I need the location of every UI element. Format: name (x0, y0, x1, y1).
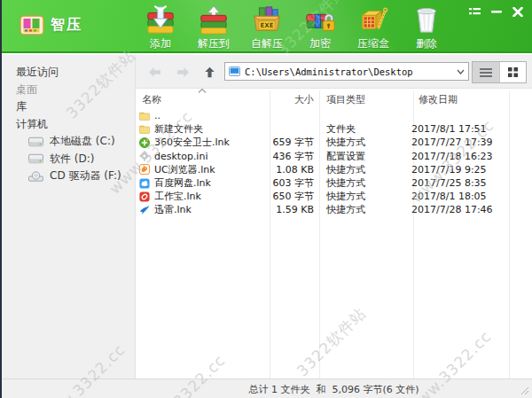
column-header-name[interactable]: 名称 (142, 93, 161, 106)
file-size: 1.59 KB (270, 204, 314, 215)
file-row[interactable]: .. (136, 109, 532, 122)
chevron-down-icon[interactable] (457, 69, 465, 74)
list-header: 名称 大小 项目类型 修改日期 (136, 93, 532, 107)
file-row[interactable]: 迅雷.lnk 1.59 KB 快捷方式 2017/7/28 17:46 (136, 203, 532, 216)
column-header-size[interactable]: 大小 (270, 93, 314, 106)
exe-badge: EXE (260, 21, 273, 29)
self-extract-button[interactable]: EXE 自解压 (241, 1, 293, 52)
uc-browser-icon (139, 164, 150, 175)
gear-icon (139, 151, 150, 161)
delete-button[interactable]: 删除 (401, 1, 452, 52)
address-bar[interactable]: C:\Users\Administrator\Desktop (224, 62, 469, 81)
archive-box-button[interactable]: 压缩盒 (348, 1, 399, 52)
file-date: 2017/7/19 9:25 (406, 164, 487, 176)
sidebar-item-libraries[interactable]: 库 (2, 98, 135, 116)
toolbar: 添加 解压到 EXE (135, 1, 452, 52)
extract-to-button[interactable]: 解压到 (188, 1, 239, 52)
list-view-button[interactable] (473, 62, 499, 82)
window-controls (467, 5, 525, 18)
up-button[interactable] (200, 63, 219, 81)
address-path: C:\Users\Administrator\Desktop (245, 66, 453, 77)
sidebar-item-label: CD 驱动器 (F:) (50, 168, 121, 185)
add-button[interactable]: 添加 (135, 1, 186, 52)
file-type: 快捷方式 (314, 176, 406, 190)
extract-to-label: 解压到 (198, 36, 230, 51)
forward-button[interactable] (173, 63, 192, 81)
desktop-location-icon (229, 66, 240, 76)
encrypt-label: 加密 (309, 36, 331, 51)
file-size: 1.08 KB (270, 164, 314, 176)
file-size: 603 字节 (270, 176, 314, 190)
back-button[interactable] (145, 63, 164, 81)
self-extract-icon: EXE (252, 5, 282, 35)
file-row[interactable]: 新建文件夹 文件夹 2017/8/1 17:51 (136, 122, 532, 136)
file-date: 2017/7/27 17:39 (406, 137, 493, 148)
menu-icon (469, 7, 481, 16)
file-name: 百度网盘.lnk (154, 176, 211, 190)
lock-icon (305, 5, 335, 35)
file-row[interactable]: 百度网盘.lnk 603 字节 快捷方式 2017/7/25 8:35 (136, 176, 532, 190)
back-arrow-icon (148, 66, 161, 78)
360-safe-icon (139, 137, 150, 148)
delete-label: 删除 (416, 36, 437, 51)
folder-icon (139, 124, 150, 135)
baidu-pan-icon (139, 178, 150, 189)
encrypt-button[interactable]: 加密 (294, 1, 346, 52)
resize-grip-icon[interactable] (520, 386, 529, 395)
sidebar-item-recent[interactable]: 最近访问 (2, 64, 135, 82)
file-name: UC浏览器.lnk (154, 163, 215, 176)
icon-view-button[interactable] (499, 62, 526, 82)
app-window: 智压 添加 解压到 (0, 0, 532, 398)
file-type: 快捷方式 (314, 136, 406, 149)
file-type: 快捷方式 (314, 203, 406, 216)
forward-arrow-icon (176, 66, 190, 78)
file-size: 436 字节 (270, 150, 314, 163)
sidebar-item-label: 本地磁盘 (C:) (50, 133, 115, 151)
close-button[interactable] (510, 5, 525, 18)
up-arrow-icon (203, 66, 216, 78)
file-name: 工作宝.lnk (154, 190, 201, 203)
file-date: 2017/7/18 16:23 (406, 151, 493, 162)
icon-view-icon (508, 67, 518, 77)
minimize-icon (491, 7, 502, 16)
view-toggle-group (472, 61, 527, 83)
file-type: 快捷方式 (314, 190, 406, 203)
add-archive-icon (145, 5, 176, 35)
file-name: desktop.ini (154, 151, 207, 162)
add-label: 添加 (150, 36, 171, 51)
file-date: 2017/7/28 17:46 (406, 204, 493, 215)
column-header-type[interactable]: 项目类型 (326, 93, 365, 106)
zip-box-icon (358, 5, 388, 35)
file-name: .. (154, 110, 160, 121)
file-name: 360安全卫士.lnk (154, 136, 230, 149)
sidebar-item-drive-c[interactable]: 本地磁盘 (C:) (2, 133, 135, 151)
file-row[interactable]: 工作宝.lnk 650 字节 快捷方式 2017/8/1 18:05 (136, 190, 532, 203)
sort-ascending-icon (198, 89, 207, 93)
status-text: 总计 1 文件夹 和 5,096 字节(6 文件) (136, 383, 532, 396)
list-view-icon (480, 68, 492, 77)
column-header-date[interactable]: 修改日期 (419, 93, 458, 106)
sidebar-item-computer[interactable]: 计算机 (2, 116, 135, 134)
drive-icon (28, 153, 43, 164)
menu-button[interactable] (467, 5, 482, 18)
status-bar: 总计 1 文件夹 和 5,096 字节(6 文件) (2, 378, 532, 398)
drive-icon (28, 137, 43, 147)
sidebar-item-cd-drive-f[interactable]: CD 驱动器 (F:) (2, 168, 135, 185)
archive-box-label: 压缩盒 (357, 36, 389, 51)
title-bar: 智压 添加 解压到 (2, 0, 532, 53)
file-row[interactable]: desktop.ini 436 字节 配置设置 2017/7/18 16:23 (136, 150, 532, 163)
file-row[interactable]: 360安全卫士.lnk 659 字节 快捷方式 2017/7/27 17:39 (136, 136, 532, 149)
gongzuobao-icon (139, 191, 150, 202)
sidebar-item-desktop[interactable]: 桌面 (2, 82, 135, 99)
sidebar-item-drive-d[interactable]: 软件 (D:) (2, 151, 135, 168)
file-type: 文件夹 (314, 122, 406, 136)
file-name: 新建文件夹 (154, 122, 203, 136)
navigation-bar: C:\Users\Administrator\Desktop (136, 55, 532, 89)
file-date: 2017/8/1 17:51 (406, 123, 487, 135)
minimize-button[interactable] (489, 5, 504, 18)
file-rows: .. 新建文件夹 文件夹 2017/8/1 17:51 (136, 109, 532, 217)
file-list: 名称 大小 项目类型 修改日期 .. (136, 89, 532, 378)
file-row[interactable]: UC浏览器.lnk 1.08 KB 快捷方式 2017/7/19 9:25 (136, 163, 532, 176)
self-extract-label: 自解压 (251, 36, 283, 51)
file-date: 2017/8/1 18:05 (406, 191, 487, 202)
